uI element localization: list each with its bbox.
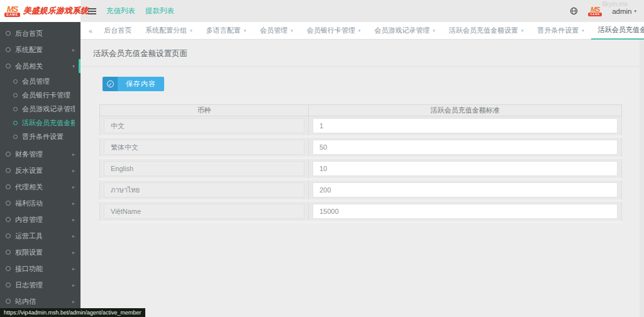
chevron-down-icon: ▾ xyxy=(634,9,636,14)
chevron-down-icon: ▾ xyxy=(521,28,524,33)
chevron-right-icon: ▸ xyxy=(72,250,75,255)
circle-icon xyxy=(13,93,18,97)
tab-active-member-recharge-2[interactable]: 活跃会员充值金额设置 ▾ xyxy=(591,22,644,40)
circle-icon xyxy=(6,250,11,255)
circle-icon xyxy=(6,266,11,271)
sidebar-item-member-related[interactable]: 会员相关 ▾ xyxy=(0,58,80,74)
currency-label-field xyxy=(104,140,304,155)
tab-home[interactable]: 后台首页 xyxy=(97,22,138,40)
chevron-right-icon: ▸ xyxy=(72,299,75,304)
sidebar-item-permission[interactable]: 权限设置 ▸ xyxy=(0,244,80,260)
chevron-down-icon: ▾ xyxy=(358,28,361,33)
circle-icon xyxy=(13,121,18,125)
currency-label-field xyxy=(104,118,304,133)
amount-input[interactable] xyxy=(313,140,618,155)
table-header-row: 币种 活跃会员充值金额标准 xyxy=(100,105,622,116)
brand-title: 美盛娱乐游戏系统 xyxy=(23,6,89,16)
circle-icon xyxy=(13,79,18,84)
circle-icon xyxy=(6,47,11,52)
user-menu[interactable]: admin ▾ xyxy=(612,8,636,15)
table-row xyxy=(100,136,622,158)
amount-input[interactable] xyxy=(313,182,618,197)
circle-icon xyxy=(6,152,11,157)
sidebar-toggle-icon[interactable] xyxy=(88,8,96,14)
table-row xyxy=(100,158,622,179)
chevron-right-icon: ▸ xyxy=(72,184,75,190)
tab-member-manage[interactable]: 会员管理 ▾ xyxy=(253,22,300,40)
page-title: 活跃会员充值金额设置页面 xyxy=(93,48,631,59)
table-row xyxy=(100,116,622,137)
circle-icon xyxy=(6,282,11,287)
column-header-standard: 活跃会员充值金额标准 xyxy=(309,105,622,116)
chevron-right-icon: ▸ xyxy=(72,266,75,272)
currency-label-field xyxy=(104,182,304,197)
tab-bar: « 后台首页 系统配置分组 ▾ 多语言配置 ▾ 会员管理 ▾ 会员银行卡管理 ▾… xyxy=(80,22,644,40)
chevron-down-icon: ▾ xyxy=(291,28,293,33)
tab-member-bankcard[interactable]: 会员银行卡管理 ▾ xyxy=(300,22,368,40)
sidebar-item-finance[interactable]: 财务管理 ▸ xyxy=(0,146,80,162)
page-header: 活跃会员充值金额设置页面 xyxy=(80,40,644,67)
save-button[interactable]: ✓ 保存内容 xyxy=(103,77,164,91)
chevron-down-icon: ▾ xyxy=(433,28,435,33)
ms-mini-logo-icon: MS GAME xyxy=(588,6,602,16)
sidebar-item-site-message[interactable]: 站内信 ▸ xyxy=(0,293,80,309)
circle-icon xyxy=(6,217,11,222)
table-row xyxy=(100,179,622,201)
chevron-right-icon: ▸ xyxy=(72,168,75,174)
chevron-down-icon: ▾ xyxy=(582,28,584,33)
main-area: « 后台首页 系统配置分组 ▾ 多语言配置 ▾ 会员管理 ▾ 会员银行卡管理 ▾… xyxy=(80,22,644,317)
toolbar: ✓ 保存内容 xyxy=(103,77,622,91)
sidebar-item-agent[interactable]: 代理相关 ▸ xyxy=(0,179,80,195)
chevron-right-icon: ▸ xyxy=(72,47,75,53)
column-header-currency: 币种 xyxy=(100,105,309,116)
tab-member-game-record[interactable]: 会员游戏记录管理 ▾ xyxy=(367,22,442,40)
brand-logo: MS GAME 美盛娱乐游戏系统 xyxy=(0,0,80,22)
active-indicator xyxy=(79,59,80,73)
game-badge: GAME xyxy=(4,13,20,17)
scrollbar[interactable] xyxy=(640,40,644,317)
user-name: admin xyxy=(612,8,631,15)
amount-input[interactable] xyxy=(313,161,618,176)
tab-system-config-group[interactable]: 系统配置分组 ▾ xyxy=(138,22,199,40)
circle-icon xyxy=(6,64,11,69)
language-icon[interactable] xyxy=(570,7,578,15)
sidebar-item-welfare[interactable]: 福利活动 ▸ xyxy=(0,195,80,211)
circle-icon xyxy=(6,201,11,206)
circle-icon xyxy=(13,107,18,111)
settings-table-wrap: 币种 活跃会员充值金额标准 xyxy=(99,104,622,223)
amount-input[interactable] xyxy=(313,204,618,219)
save-button-label: 保存内容 xyxy=(118,77,164,91)
nav-recharge-list[interactable]: 充值列表 xyxy=(106,6,135,16)
chevron-right-icon: ▸ xyxy=(72,217,75,223)
circle-icon xyxy=(6,184,11,189)
sidebar-item-member-manage[interactable]: 会员管理 xyxy=(0,74,80,88)
top-header: MS GAME 美盛娱乐游戏系统 充值列表 提款列表 MS GAME admin… xyxy=(0,0,644,22)
sidebar-item-system-config[interactable]: 系统配置 ▸ xyxy=(0,42,80,58)
sidebar-item-active-member-recharge[interactable]: 活跃会员充值金额设置 xyxy=(0,116,80,130)
circle-icon xyxy=(13,135,18,139)
top-toolbar: 充值列表 提款列表 MS GAME admin ▾ xyxy=(80,0,644,22)
tab-multilang-config[interactable]: 多语言配置 ▾ xyxy=(199,22,253,40)
sidebar-item-member-bankcard[interactable]: 会员银行卡管理 xyxy=(0,88,80,102)
amount-input[interactable] xyxy=(313,118,618,133)
sidebar-item-promotion-condition[interactable]: 晋升条件设置 xyxy=(0,130,80,143)
sidebar: 后台首页 系统配置 ▸ 会员相关 ▾ 会员管理 会员银行卡管理 会员游戏记录管理… xyxy=(0,22,80,317)
check-icon: ✓ xyxy=(103,77,118,91)
chevron-right-icon: ▸ xyxy=(72,282,75,288)
nav-withdraw-list[interactable]: 提款列表 xyxy=(145,6,174,16)
tab-active-member-recharge-1[interactable]: 活跃会员充值金额设置 ▾ xyxy=(442,22,531,40)
sidebar-item-operation-tools[interactable]: 运营工具 ▸ xyxy=(0,228,80,244)
tab-promotion-condition[interactable]: 晋升条件设置 ▾ xyxy=(530,22,591,40)
sidebar-item-interface[interactable]: 接口功能 ▸ xyxy=(0,260,80,277)
sidebar-item-home[interactable]: 后台首页 xyxy=(0,25,80,42)
tabs-first-icon[interactable]: « xyxy=(84,27,97,35)
ms-logo-icon: MS GAME xyxy=(4,5,20,17)
chevron-right-icon: ▸ xyxy=(72,152,75,157)
sidebar-item-log[interactable]: 日志管理 ▸ xyxy=(0,277,80,293)
status-url: https://vip4admin.msh.bet/admin/agent/ac… xyxy=(0,308,145,317)
sidebar-item-rebate[interactable]: 反水设置 ▸ xyxy=(0,162,80,179)
sidebar-item-content[interactable]: 内容管理 ▸ xyxy=(0,211,80,228)
sidebar-item-member-game-record[interactable]: 会员游戏记录管理 xyxy=(0,102,80,116)
watermark-text: 8kym.me xyxy=(602,1,628,8)
chevron-down-icon: ▾ xyxy=(190,28,192,33)
